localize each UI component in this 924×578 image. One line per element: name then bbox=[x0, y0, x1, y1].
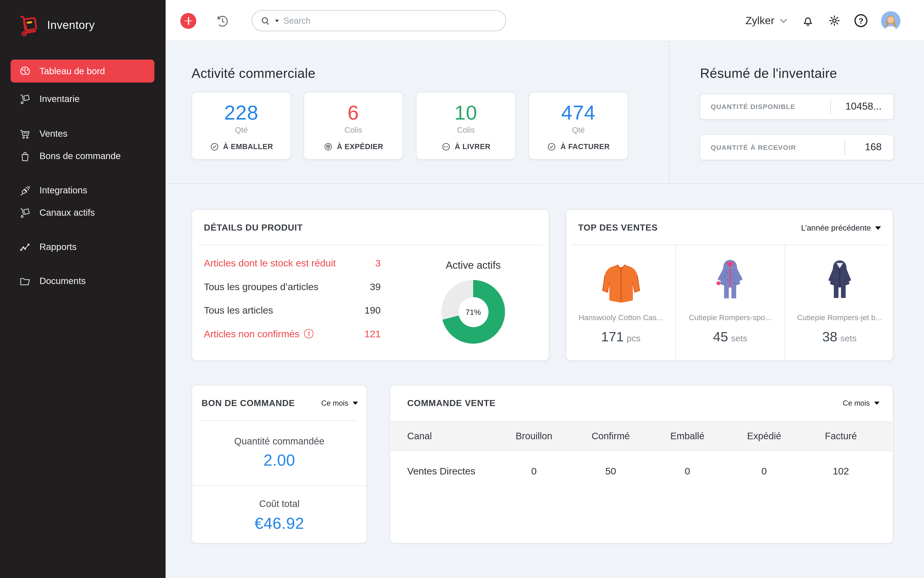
search-bar bbox=[252, 10, 506, 31]
top-sales-title: TOP DES VENTES bbox=[578, 222, 658, 232]
top-sales-item: Hanswooly Cotton Cas... 171pcs bbox=[566, 245, 675, 360]
cart-icon bbox=[19, 128, 31, 140]
card-divider bbox=[198, 245, 543, 245]
sales-order-card: COMMANDE VENTE Ce mois Canal Brouillon C… bbox=[389, 385, 893, 544]
section-divider-vertical bbox=[669, 41, 669, 183]
quantity-ordered-value: 2.00 bbox=[192, 451, 366, 470]
organization-dropdown[interactable]: Zylker bbox=[746, 15, 788, 27]
sidebar-item-label: Inventarie bbox=[39, 94, 79, 104]
cell-invoiced: 102 bbox=[802, 466, 879, 477]
stat-card-to-ship[interactable]: 6 Colis À EXPÉDIER bbox=[303, 92, 403, 160]
top-sales-item: Cutiepie Rompers-spo... 45sets bbox=[675, 245, 784, 360]
search-scope-caret-icon[interactable] bbox=[275, 19, 279, 22]
sidebar-item-reports[interactable]: Rapports bbox=[11, 236, 154, 258]
sidebar-item-active-channels[interactable]: Canaux actifs bbox=[11, 202, 154, 224]
all-item-groups-row[interactable]: Tous les groupes d’articles 39 bbox=[204, 275, 381, 299]
card-divider bbox=[202, 420, 357, 421]
row-value: 121 bbox=[365, 328, 381, 339]
product-name: Hanswooly Cotton Cas... bbox=[570, 313, 672, 322]
search-icon bbox=[261, 16, 271, 26]
product-name: Cutiepie Rompers-jet b... bbox=[788, 313, 890, 322]
quantity-ordered-label: Quantité commandée bbox=[192, 436, 366, 447]
quantity-in-hand-row[interactable]: QUANTITÉ DISPONIBLE 10458... bbox=[699, 94, 894, 120]
top-sales-card: TOP DES VENTES L’année précédente Hanswo… bbox=[566, 209, 893, 361]
alert-info-icon: ! bbox=[304, 329, 314, 338]
stat-unit: Colis bbox=[417, 126, 515, 135]
chevron-down-icon bbox=[779, 16, 788, 25]
top-sales-filter-dropdown[interactable]: L’année précédente bbox=[801, 223, 881, 232]
sidebar-item-documents[interactable]: Documents bbox=[11, 270, 154, 292]
row-value: 190 bbox=[365, 305, 381, 316]
cell-packed: 0 bbox=[649, 466, 726, 477]
active-items-label: Active actifs bbox=[414, 260, 532, 272]
app-title: Inventory bbox=[47, 19, 95, 32]
plug-icon bbox=[19, 184, 31, 197]
sidebar-item-label: Tableau de bord bbox=[39, 66, 105, 76]
cell-shipped: 0 bbox=[726, 466, 802, 477]
product-details-rows: Articles dont le stock est réduit 3 Tous… bbox=[204, 251, 381, 346]
all-items-row[interactable]: Tous les articles 190 bbox=[204, 298, 381, 322]
triangle-down-icon bbox=[874, 401, 880, 405]
stat-unit: Colis bbox=[304, 126, 402, 135]
inventory-summary-title: Résumé de l'inventaire bbox=[700, 66, 837, 81]
line-chart-icon bbox=[19, 241, 31, 253]
quick-add-button[interactable] bbox=[180, 13, 196, 29]
product-name: Cutiepie Rompers-spo... bbox=[679, 313, 781, 322]
sidebar-item-purchase-orders[interactable]: Bons de commande bbox=[11, 145, 154, 167]
active-items-donut: 71% bbox=[441, 280, 505, 344]
dots-circle-icon bbox=[441, 142, 451, 152]
row-label: Tous les articles bbox=[204, 305, 273, 316]
product-image-blue-romper bbox=[676, 254, 785, 310]
sidebar-item-label: Canaux actifs bbox=[39, 208, 95, 218]
sales-order-table-header: Canal Brouillon Confirmé Emballé Expédié… bbox=[391, 421, 892, 451]
unconfirmed-items-row[interactable]: Articles non confirmés ! 121 bbox=[204, 322, 381, 346]
cell-canal: Ventes Directes bbox=[407, 466, 496, 477]
app-window: Inventory Tableau de bord Inventarie bbox=[0, 0, 924, 578]
cell-draft: 0 bbox=[496, 466, 572, 477]
quantity-to-receive-row[interactable]: QUANTITÉ À RECEVOIR 168 bbox=[699, 135, 894, 161]
total-cost-value: €46.92 bbox=[192, 515, 366, 533]
settings-gear-icon[interactable] bbox=[828, 14, 841, 27]
column-header: Confirmé bbox=[572, 431, 649, 442]
filter-label: Ce mois bbox=[843, 399, 870, 408]
help-icon[interactable]: ? bbox=[854, 14, 867, 27]
stat-value: 10 bbox=[417, 101, 515, 124]
sidebar: Inventory Tableau de bord Inventarie bbox=[0, 0, 165, 578]
notifications-bell-icon[interactable] bbox=[802, 14, 814, 27]
sidebar-item-label: Documents bbox=[39, 276, 86, 287]
sales-order-table-row: Ventes Directes 0 50 0 0 102 bbox=[391, 459, 892, 483]
organization-name: Zylker bbox=[746, 15, 774, 27]
dashboard-gauge-icon bbox=[19, 65, 31, 77]
sales-order-filter-dropdown[interactable]: Ce mois bbox=[843, 399, 880, 408]
stat-unit: Qté bbox=[192, 126, 290, 135]
search-input[interactable] bbox=[284, 16, 497, 26]
stat-card-to-pack[interactable]: 228 Qté À EMBALLER bbox=[191, 92, 291, 160]
column-header: Brouillon bbox=[496, 431, 572, 442]
recent-history-button[interactable] bbox=[215, 13, 230, 28]
sidebar-item-sales[interactable]: Ventes bbox=[11, 122, 154, 145]
sidebar-item-dashboard[interactable]: Tableau de bord bbox=[11, 60, 154, 83]
sidebar-item-label: Rapports bbox=[39, 242, 76, 252]
product-qty: 171 bbox=[601, 329, 624, 344]
user-avatar[interactable] bbox=[881, 11, 900, 30]
stat-card-to-deliver[interactable]: 10 Colis À LIVRER bbox=[416, 92, 516, 160]
low-stock-items-row[interactable]: Articles dont le stock est réduit 3 bbox=[204, 251, 381, 275]
top-sales-item: Cutiepie Rompers-jet b... 38sets bbox=[785, 245, 894, 360]
row-label: Articles non confirmés bbox=[204, 328, 300, 339]
row-label: Articles dont le stock est réduit bbox=[204, 257, 336, 269]
sidebar-item-inventory[interactable]: Inventarie bbox=[11, 88, 154, 110]
total-cost-label: Coût total bbox=[192, 498, 366, 509]
row-value: 3 bbox=[375, 257, 381, 269]
summary-value: 168 bbox=[845, 141, 893, 153]
app-logo[interactable]: Inventory bbox=[19, 14, 95, 37]
product-qty: 38 bbox=[822, 329, 837, 344]
purchase-order-filter-dropdown[interactable]: Ce mois bbox=[321, 399, 358, 408]
stat-card-to-invoice[interactable]: 474 Qté À FACTURER bbox=[528, 92, 628, 160]
business-activity-title: Activité commerciale bbox=[191, 66, 316, 81]
stat-value: 228 bbox=[192, 101, 290, 124]
sidebar-item-integrations[interactable]: Integrations bbox=[11, 179, 154, 201]
triangle-down-icon bbox=[353, 401, 358, 405]
triangle-down-icon bbox=[875, 226, 881, 230]
check-circle-icon bbox=[209, 142, 219, 152]
filter-label: L’année précédente bbox=[801, 223, 871, 232]
